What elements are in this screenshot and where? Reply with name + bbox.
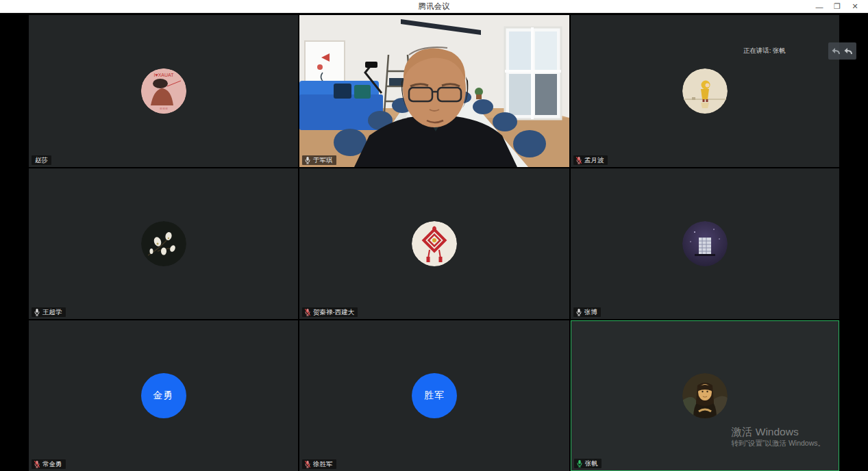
mic-muted-icon xyxy=(304,308,311,316)
window-titlebar: 腾讯会议 — ❐ ✕ xyxy=(0,0,868,13)
participant-tile-heqinlu[interactable]: 贺秦禄-西建大 xyxy=(299,168,569,319)
participant-tile-mengyuebo[interactable]: 孟月波 xyxy=(571,15,839,167)
activate-windows-watermark: 激活 Windows 转到“设置”以激活 Windows。 xyxy=(731,425,825,448)
participant-name-label: 于军琪 xyxy=(302,155,336,165)
avatar xyxy=(682,221,728,266)
svg-text:≋≋≋: ≋≋≋ xyxy=(159,106,168,110)
participant-tile-wangchaoxue[interactable]: 王超学 xyxy=(29,168,298,319)
participant-name: 赵莎 xyxy=(35,155,48,165)
participant-tile-zhangfan-active-speaker[interactable]: 张帆 激活 Windows 转到“设置”以激活 Windows。 xyxy=(571,320,839,471)
participant-name: 王超学 xyxy=(42,307,62,317)
initials-avatar: 胜军 xyxy=(412,373,457,418)
participant-name: 张博 xyxy=(584,307,597,317)
avatar: 金勇 xyxy=(141,373,186,418)
participant-tile-xushengjun[interactable]: 胜军 徐胜军 xyxy=(299,320,569,471)
participant-name-label: 常金勇 xyxy=(32,459,66,469)
participant-name-label: 孟月波 xyxy=(573,155,608,165)
speaking-indicator: 正在讲话: 张帆 xyxy=(743,47,786,55)
svg-text:I♥XAUAT: I♥XAUAT xyxy=(153,73,174,77)
participant-name: 于军琪 xyxy=(313,155,333,165)
mic-on-icon xyxy=(34,308,40,316)
live-video-feed xyxy=(299,15,569,167)
participant-tile-zhaosha[interactable]: I♥XAUAT ≋≋≋ 赵莎 xyxy=(29,15,298,167)
maximize-button[interactable]: ❐ xyxy=(828,0,846,13)
participant-tile-yujunqi[interactable]: 于军琪 xyxy=(299,15,569,167)
avatar: I♥XAUAT ≋≋≋ xyxy=(141,68,186,114)
participant-name: 贺秦禄-西建大 xyxy=(313,307,354,317)
watermark-line2: 转到“设置”以激活 Windows。 xyxy=(731,438,825,448)
minimize-button[interactable]: — xyxy=(810,0,828,13)
participant-name: 徐胜军 xyxy=(313,459,333,469)
participant-name-label: 王超学 xyxy=(32,307,66,317)
avatar xyxy=(412,221,457,266)
avatar xyxy=(141,221,186,266)
mic-speaking-icon xyxy=(576,459,583,468)
participant-name-label: 张博 xyxy=(573,307,601,317)
avatar: 胜军 xyxy=(412,373,457,418)
curved-arrow-reply-icon xyxy=(843,47,854,56)
mic-muted-icon xyxy=(34,460,40,468)
initials-avatar: 金勇 xyxy=(141,373,186,418)
curved-arrow-back-icon xyxy=(831,47,842,56)
avatar xyxy=(682,68,728,114)
participant-name: 张帆 xyxy=(585,459,598,468)
participant-tile-zhangbo[interactable]: 张博 xyxy=(571,168,839,319)
participant-name: 常金勇 xyxy=(42,459,62,469)
participant-name-label: 徐胜军 xyxy=(302,459,336,469)
participant-name-label: 张帆 xyxy=(574,459,602,468)
view-toggle-button[interactable] xyxy=(828,42,856,60)
window-title: 腾讯会议 xyxy=(419,1,450,12)
window-controls: — ❐ ✕ xyxy=(810,0,864,13)
close-button[interactable]: ✕ xyxy=(846,0,864,13)
avatar xyxy=(682,373,728,418)
participant-name: 孟月波 xyxy=(584,155,604,165)
participant-name-label: 赵莎 xyxy=(32,155,51,165)
mic-on-icon xyxy=(304,156,311,164)
meeting-stage: I♥XAUAT ≋≋≋ 赵莎 xyxy=(0,13,868,471)
participant-name-label: 贺秦禄-西建大 xyxy=(302,307,358,317)
watermark-line1: 激活 Windows xyxy=(731,425,825,438)
mic-muted-icon xyxy=(575,156,582,164)
participant-grid: I♥XAUAT ≋≋≋ 赵莎 xyxy=(29,15,839,471)
mic-on-icon xyxy=(575,308,582,316)
mic-muted-icon xyxy=(304,460,311,468)
participant-tile-changjinyong[interactable]: 金勇 常金勇 xyxy=(29,320,298,471)
